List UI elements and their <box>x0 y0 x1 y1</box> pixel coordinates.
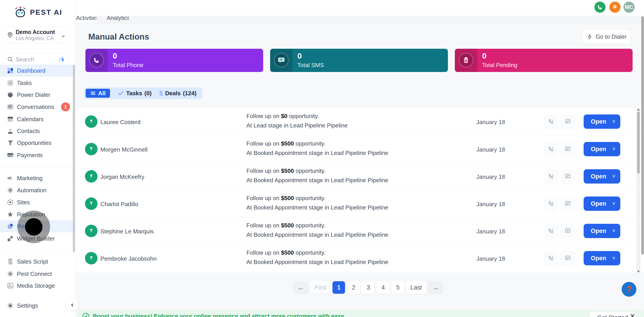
stat-value: 0 <box>298 52 302 60</box>
contact-name[interactable]: Stephine Le Marquis <box>100 228 154 235</box>
sidebar-item-sales-script[interactable]: Sales Script <box>0 256 75 268</box>
manual-actions-list: Lauree Costerd Follow up on $0 opportuni… <box>75 108 644 272</box>
chevron-down-icon[interactable]: ˅ <box>612 173 616 180</box>
filter-deals-label: Deals <box>165 90 181 97</box>
open-button[interactable]: Open ˅ <box>584 224 620 238</box>
message-button[interactable] <box>560 114 575 129</box>
filter-all-button[interactable]: All <box>86 89 110 98</box>
sidebar-item-tasks[interactable]: Tasks <box>0 77 75 89</box>
help-button[interactable]: ? <box>622 282 636 297</box>
sidebar-item-sites[interactable]: Sites <box>0 196 75 208</box>
contact-name[interactable]: Morgen McGinnell <box>100 146 148 153</box>
chevron-down-icon[interactable]: ˅ <box>612 118 616 125</box>
tab-activities[interactable]: Activities <box>76 16 97 23</box>
sidebar-item-conversations[interactable]: Conversations 1 <box>0 101 75 113</box>
sidebar-item-automation[interactable]: Automation <box>0 184 75 196</box>
call-button[interactable] <box>544 224 558 238</box>
amount: $500 <box>281 195 294 202</box>
page-button-1[interactable]: 1 <box>332 281 345 294</box>
sidebar-item-label: Pest Connect <box>17 270 52 278</box>
action-line1: Follow up on $500 opportunity. <box>246 249 326 256</box>
contact-name[interactable]: Pembroke Jacobsohn <box>100 255 156 262</box>
go-to-dialer-button[interactable]: Go to Dialer <box>582 30 631 44</box>
message-button[interactable] <box>560 224 575 238</box>
search-placeholder: Search <box>16 56 34 63</box>
calendar-icon <box>7 116 14 123</box>
sidebar-item-pest-connect[interactable]: Pest Connect <box>0 268 75 280</box>
funnel-avatar-icon <box>88 255 94 261</box>
action-line2: At Booked Appointment stage in Lead Pipe… <box>246 259 388 266</box>
marketing-megaphone-icon <box>7 174 14 182</box>
list-scrollbar[interactable] <box>636 108 640 273</box>
sidebar-item-marketing[interactable]: Marketing <box>0 172 75 184</box>
sidebar-item-settings[interactable]: Settings <box>0 300 75 312</box>
get-started-button[interactable]: Get Started <box>590 312 636 317</box>
call-button[interactable] <box>544 142 558 156</box>
notifications-button[interactable] <box>609 2 620 13</box>
account-selector[interactable]: Demo Account Los Angeles, CA ⌄ <box>3 26 70 43</box>
amount: $0 <box>281 113 288 120</box>
page-button-2[interactable]: 2 <box>347 281 360 294</box>
stat-value: 0 <box>113 52 117 60</box>
search-input[interactable]: Search <box>3 53 70 66</box>
contact-name[interactable]: Jorgan McKeefry <box>100 174 144 180</box>
quick-search-bolt-icon[interactable] <box>58 56 66 63</box>
chevron-down-icon[interactable]: ˅ <box>612 200 616 207</box>
chevron-down-icon[interactable]: ˅ <box>612 228 616 234</box>
call-button[interactable] <box>544 114 558 129</box>
message-button[interactable] <box>560 169 575 184</box>
sidebar-item-contacts[interactable]: Contacts <box>0 125 75 137</box>
scroll-up-icon[interactable] <box>637 109 640 110</box>
contact-name[interactable]: Charlot Padillo <box>100 201 138 208</box>
page-button-3[interactable]: 3 <box>362 281 374 294</box>
call-button[interactable] <box>544 251 558 265</box>
robot-logo-icon <box>13 5 28 20</box>
open-button[interactable]: Open ˅ <box>584 169 620 184</box>
sidebar-item-payments[interactable]: Payments <box>0 149 75 161</box>
action-line2: At Booked Appointment stage in Lead Pipe… <box>246 204 388 211</box>
prev-page-button[interactable]: ← <box>294 281 308 294</box>
open-button[interactable]: Open ˅ <box>584 251 620 265</box>
call-button[interactable] <box>544 196 558 211</box>
action-line2: At Booked Appointment stage in Lead Pipe… <box>246 177 388 184</box>
brand-logo: PEST AI <box>0 2 75 22</box>
sidebar-item-opportunities[interactable]: Opportunities <box>0 137 75 149</box>
call-button[interactable] <box>544 169 558 184</box>
sidebar-scrollbar[interactable] <box>73 65 75 252</box>
sidebar-item-power-dialer[interactable]: Power Dialer <box>0 89 75 101</box>
sidebar-item-calendars[interactable]: Calendars <box>0 113 75 125</box>
message-button[interactable] <box>560 251 575 265</box>
open-button[interactable]: Open ˅ <box>584 142 620 156</box>
message-icon <box>564 255 571 262</box>
action-line2: At Lead stage in Lead Pipeline Pipeline <box>246 122 348 129</box>
open-label: Open <box>591 146 606 153</box>
contact-name[interactable]: Lauree Costerd <box>100 119 140 126</box>
page-button-4[interactable]: 4 <box>377 281 389 294</box>
last-page-button[interactable]: Last <box>406 281 426 294</box>
sidebar-item-dashboard[interactable]: Dashboard <box>0 64 75 77</box>
filter-tasks-button[interactable]: Tasks (0) <box>118 90 152 97</box>
chevron-down-icon[interactable]: ˅ <box>612 255 616 261</box>
filter-deals-button[interactable]: $ Deals (124) <box>159 90 196 97</box>
window-scrollbar[interactable] <box>641 16 644 255</box>
message-button[interactable] <box>560 142 575 156</box>
message-button[interactable] <box>560 196 575 211</box>
action-date: January 18 <box>476 119 505 126</box>
close-icon[interactable]: ✕ <box>630 312 636 317</box>
page-button-5[interactable]: 5 <box>392 281 404 294</box>
chevron-down-icon[interactable]: ˅ <box>612 146 616 152</box>
next-page-button[interactable]: → <box>428 281 443 294</box>
user-avatar[interactable]: MC <box>624 2 634 13</box>
action-line1: Follow up on $500 opportunity. <box>246 140 326 147</box>
sidebar-item-label: Media Storage <box>17 282 55 289</box>
sidebar-collapse-button[interactable]: ‹ <box>66 299 78 310</box>
tab-analytics[interactable]: Analytics <box>107 16 129 23</box>
open-button[interactable]: Open ˅ <box>584 114 620 129</box>
sidebar-item-media-storage[interactable]: Media Storage <box>0 280 75 292</box>
first-page-button[interactable]: First <box>310 281 330 294</box>
list-scrollbar-thumb[interactable] <box>637 112 640 174</box>
phone-icon <box>89 52 104 68</box>
open-button[interactable]: Open ˅ <box>584 196 620 211</box>
scroll-down-icon[interactable] <box>637 271 640 272</box>
dialer-quick-button[interactable] <box>594 2 606 13</box>
